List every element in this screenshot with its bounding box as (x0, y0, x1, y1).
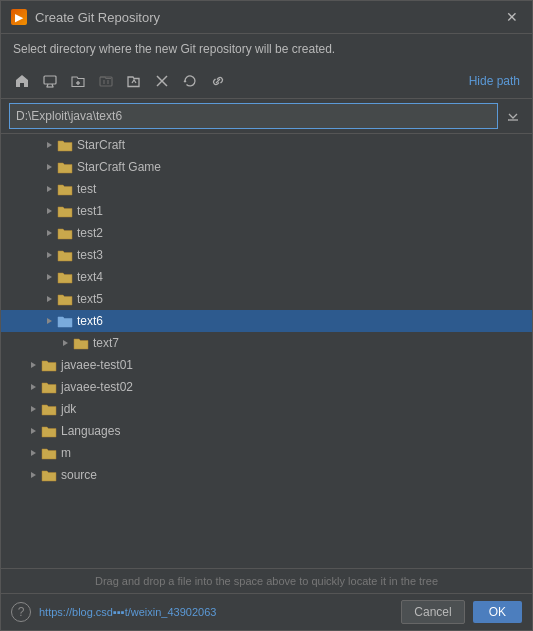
footer: ? https://blog.csd▪▪▪t/weixin_43902063 C… (1, 593, 532, 630)
tree-item-text4[interactable]: text4 (1, 266, 532, 288)
cancel-button[interactable]: Cancel (401, 600, 464, 624)
tree-label-javaee-test02: javaee-test02 (61, 380, 133, 394)
file-tree[interactable]: StarCraft StarCraft Game test test1 test… (1, 134, 532, 568)
svg-marker-19 (47, 296, 52, 302)
folder-icon-test3 (57, 248, 73, 262)
tree-item-starcraft-game[interactable]: StarCraft Game (1, 156, 532, 178)
tree-arrow-test1[interactable] (41, 203, 57, 219)
navigate-up-button[interactable] (121, 68, 147, 94)
folder-icon-starcraft-game (57, 160, 73, 174)
app-icon: ▶ (11, 9, 27, 25)
tree-item-m[interactable]: m (1, 442, 532, 464)
folder-icon-text4 (57, 270, 73, 284)
folder-icon-javaee-test01 (41, 358, 57, 372)
path-dropdown-button[interactable] (502, 103, 524, 129)
tree-arrow-languages[interactable] (25, 423, 41, 439)
tree-arrow-test2[interactable] (41, 225, 57, 241)
tree-label-text4: text4 (77, 270, 103, 284)
svg-marker-22 (31, 362, 36, 368)
folder-icon-jdk (41, 402, 57, 416)
tree-arrow-text5[interactable] (41, 291, 57, 307)
tree-item-languages[interactable]: Languages (1, 420, 532, 442)
desktop-button[interactable] (37, 68, 63, 94)
tree-label-source: source (61, 468, 97, 482)
svg-marker-25 (31, 428, 36, 434)
new-folder-button[interactable] (65, 68, 91, 94)
svg-marker-24 (31, 406, 36, 412)
dialog-title: Create Git Repository (35, 10, 494, 25)
tree-arrow-source[interactable] (25, 467, 41, 483)
tree-arrow-text4[interactable] (41, 269, 57, 285)
folder-icon-source (41, 468, 57, 482)
tree-label-starcraft-game: StarCraft Game (77, 160, 161, 174)
ok-button[interactable]: OK (473, 601, 522, 623)
clear-button[interactable] (149, 68, 175, 94)
svg-marker-16 (47, 230, 52, 236)
tree-label-text7: text7 (93, 336, 119, 350)
tree-label-text6: text6 (77, 314, 103, 328)
create-git-repository-dialog: ▶ Create Git Repository ✕ Select directo… (0, 0, 533, 631)
tree-item-text5[interactable]: text5 (1, 288, 532, 310)
drag-hint: Drag and drop a file into the space abov… (1, 568, 532, 593)
tree-item-javaee-test02[interactable]: javaee-test02 (1, 376, 532, 398)
tree-item-test2[interactable]: test2 (1, 222, 532, 244)
svg-rect-0 (44, 76, 56, 84)
tree-arrow-javaee-test01[interactable] (25, 357, 41, 373)
tree-arrow-starcraft-game[interactable] (41, 159, 57, 175)
tree-item-test3[interactable]: test3 (1, 244, 532, 266)
folder-icon-m (41, 446, 57, 460)
tree-arrow-test[interactable] (41, 181, 57, 197)
path-input[interactable] (9, 103, 498, 129)
dialog-subtitle: Select directory where the new Git repos… (1, 34, 532, 64)
svg-marker-15 (47, 208, 52, 214)
tree-arrow-test3[interactable] (41, 247, 57, 263)
folder-icon-text6 (57, 314, 73, 328)
svg-marker-17 (47, 252, 52, 258)
svg-marker-14 (47, 186, 52, 192)
tree-item-text7[interactable]: text7 (1, 332, 532, 354)
folder-icon-languages (41, 424, 57, 438)
tree-label-test2: test2 (77, 226, 103, 240)
tree-label-text5: text5 (77, 292, 103, 306)
tree-arrow-text6[interactable] (41, 313, 57, 329)
tree-label-test: test (77, 182, 96, 196)
tree-label-javaee-test01: javaee-test01 (61, 358, 133, 372)
tree-arrow-m[interactable] (25, 445, 41, 461)
folder-icon-test1 (57, 204, 73, 218)
svg-marker-23 (31, 384, 36, 390)
tree-item-text6[interactable]: text6 (1, 310, 532, 332)
folder-icon-starcraft (57, 138, 73, 152)
folder-icon-javaee-test02 (41, 380, 57, 394)
title-bar: ▶ Create Git Repository ✕ (1, 1, 532, 34)
tree-item-javaee-test01[interactable]: javaee-test01 (1, 354, 532, 376)
tree-label-starcraft: StarCraft (77, 138, 125, 152)
svg-marker-12 (47, 142, 52, 148)
delete-button[interactable] (93, 68, 119, 94)
tree-arrow-starcraft[interactable] (41, 137, 57, 153)
folder-icon-test (57, 182, 73, 196)
svg-marker-18 (47, 274, 52, 280)
help-button[interactable]: ? (11, 602, 31, 622)
tree-arrow-text7[interactable] (57, 335, 73, 351)
close-button[interactable]: ✕ (502, 7, 522, 27)
refresh-button[interactable] (177, 68, 203, 94)
link-button[interactable] (205, 68, 231, 94)
svg-marker-13 (47, 164, 52, 170)
tree-item-jdk[interactable]: jdk (1, 398, 532, 420)
tree-item-test[interactable]: test (1, 178, 532, 200)
tree-item-starcraft[interactable]: StarCraft (1, 134, 532, 156)
svg-marker-21 (63, 340, 68, 346)
tree-arrow-javaee-test02[interactable] (25, 379, 41, 395)
footer-link[interactable]: https://blog.csd▪▪▪t/weixin_43902063 (39, 606, 216, 618)
svg-marker-26 (31, 450, 36, 456)
tree-label-test1: test1 (77, 204, 103, 218)
tree-arrow-jdk[interactable] (25, 401, 41, 417)
folder-icon-text5 (57, 292, 73, 306)
tree-label-languages: Languages (61, 424, 120, 438)
hide-path-button[interactable]: Hide path (465, 72, 524, 90)
folder-icon-test2 (57, 226, 73, 240)
tree-item-test1[interactable]: test1 (1, 200, 532, 222)
svg-marker-20 (47, 318, 52, 324)
tree-item-source[interactable]: source (1, 464, 532, 486)
home-button[interactable] (9, 68, 35, 94)
